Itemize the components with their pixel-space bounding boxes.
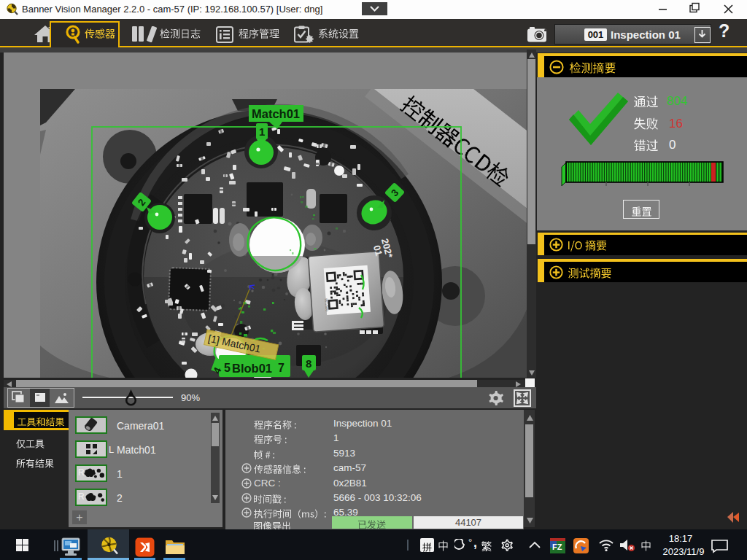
svg-text:5: 5: [224, 362, 231, 374]
svg-text:7: 7: [278, 362, 285, 374]
svg-text:Match01: Match01: [252, 107, 300, 120]
svg-text:1: 1: [259, 125, 265, 138]
svg-text:FZ: FZ: [552, 542, 562, 551]
svg-text:8: 8: [306, 357, 311, 370]
svg-text:Blob01: Blob01: [232, 362, 272, 375]
